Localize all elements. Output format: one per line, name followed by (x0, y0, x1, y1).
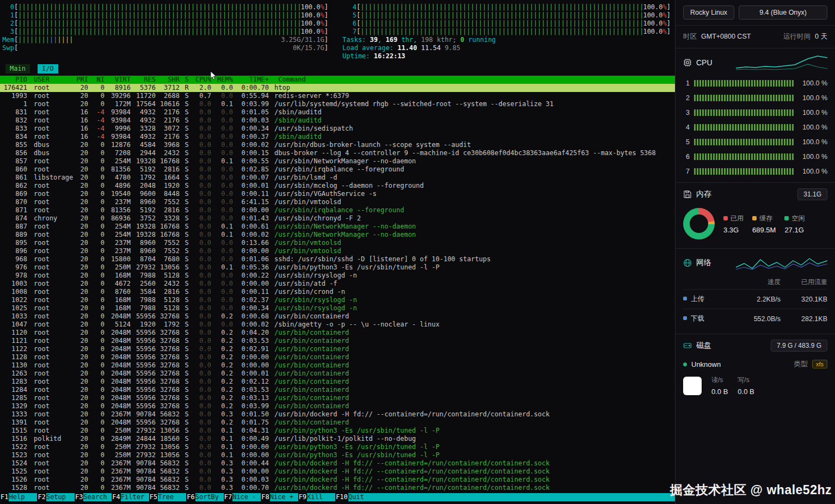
process-row[interactable]: 1122 root 20 0 2048M 55956 32768 S 0.0 0… (0, 345, 675, 353)
process-pri: 20 (73, 231, 90, 239)
process-row[interactable]: 1128 root 20 0 2048M 55956 32768 S 0.0 0… (0, 353, 675, 361)
process-row[interactable]: 874 chrony 20 0 86936 3752 3328 S 0.0 0.… (0, 214, 675, 223)
process-row[interactable]: 978 root 20 0 168M 7988 5128 S 0.0 0.0 0… (0, 272, 675, 280)
function-key[interactable]: F10 Quit (335, 493, 377, 501)
process-row[interactable]: 1022 root 20 0 168M 7988 5128 S 0.0 0.0 … (0, 296, 675, 304)
function-key[interactable]: F8 Nice + (261, 493, 298, 501)
process-state: S (182, 165, 192, 174)
process-mem: 0.0 (213, 190, 235, 198)
process-row[interactable]: 1283 root 20 0 2048M 55956 32768 S 0.0 0… (0, 378, 675, 386)
process-row[interactable]: 856 dbus 20 0 7208 2944 2432 S 0.0 0.0 0… (0, 149, 675, 157)
process-command: /usr/bin/containerd (271, 329, 675, 337)
process-row[interactable]: 968 root 20 0 15800 8704 7680 S 0.0 0.0 … (0, 255, 675, 263)
process-row[interactable]: 831 root 16 -4 93984 4932 2176 S 0.0 0.0… (0, 108, 675, 116)
process-user: root (29, 165, 73, 174)
process-command: /usr/sbin/NetworkManager --no-daemon (271, 231, 675, 239)
process-row[interactable]: 1524 root 20 0 2367M 90784 56832 S 0.0 0… (0, 459, 675, 468)
process-row[interactable]: 1047 root 20 0 5124 1920 1792 S 0.0 0.0 … (0, 321, 675, 329)
process-row[interactable]: 855 dbus 20 0 12876 4584 3968 S 0.0 0.0 … (0, 141, 675, 149)
process-row[interactable]: 889 root 20 0 254M 19328 16768 S 0.0 0.1… (0, 231, 675, 239)
process-cpu: 0.0 (192, 427, 213, 435)
process-row[interactable]: 1 root 20 0 172M 17564 10616 S 0.0 0.1 0… (0, 100, 675, 108)
process-virt: 93984 (107, 116, 133, 125)
process-pid: 856 (0, 149, 29, 157)
process-row[interactable]: 1284 root 20 0 2048M 55956 32768 S 0.0 0… (0, 386, 675, 394)
process-pri: 20 (73, 435, 90, 443)
process-row[interactable]: 1285 root 20 0 2048M 55956 32768 S 0.0 0… (0, 394, 675, 402)
os-version-button[interactable]: 9.4 (Blue Onyx) (739, 5, 827, 20)
process-ni: 0 (90, 174, 107, 182)
process-shr: 3072 (158, 125, 182, 133)
process-row[interactable]: 1526 root 20 0 2367M 90784 56832 S 0.0 0… (0, 476, 675, 484)
tab-main[interactable]: Main (5, 64, 30, 73)
os-name-button[interactable]: Rocky Linux (683, 5, 734, 20)
network-table: 速度 已用流量 上传 2.2KB/s 320.1KB 下载 552.0B/s 2… (676, 275, 835, 334)
process-row[interactable]: 1008 root 20 0 8760 3584 2816 S 0.0 0.0 … (0, 288, 675, 296)
process-user: root (29, 190, 73, 198)
process-row[interactable]: 860 root 20 0 81356 5192 2816 S 0.0 0.0 … (0, 165, 675, 174)
process-row[interactable]: 834 root 16 -4 93984 4932 2176 S 0.0 0.0… (0, 133, 675, 141)
process-row[interactable]: 887 root 20 0 254M 19328 16768 S 0.0 0.1… (0, 223, 675, 231)
process-res: 5376 (133, 84, 158, 92)
process-row[interactable]: 1333 root 20 0 2367M 90784 56832 S 0.0 0… (0, 410, 675, 419)
function-key-label: Setup (46, 493, 75, 501)
process-table-header[interactable]: PID USER PRI NI VIRT RES SHR S CPU% MEM%… (0, 76, 675, 84)
cpu-core-row: 1 100.0 % (683, 76, 827, 90)
process-row[interactable]: 1130 root 20 0 2048M 55956 32768 S 0.0 0… (0, 361, 675, 370)
function-key[interactable]: F7 Nice - (224, 493, 261, 501)
process-row[interactable]: 1528 root 20 0 2367M 90784 56832 S 0.0 0… (0, 484, 675, 492)
process-time: 0:00.07 (235, 174, 271, 182)
process-command: /usr/bin/containerd (271, 394, 675, 402)
process-ni: 0 (90, 468, 107, 476)
process-row[interactable]: 871 root 20 0 81356 5192 2816 S 0.0 0.0 … (0, 206, 675, 214)
function-key[interactable]: F9 Kill (298, 493, 335, 501)
function-key[interactable]: F4 Filter (112, 493, 149, 501)
function-key[interactable]: F2 Setup (37, 493, 74, 501)
process-row[interactable]: 1263 root 20 0 2048M 55956 32768 S 0.0 0… (0, 370, 675, 378)
process-command: /usr/sbin/rsyslogd -n (271, 272, 675, 280)
process-cpu: 0.0 (192, 157, 213, 165)
function-key[interactable]: F5 Tree (149, 493, 186, 501)
process-row[interactable]: 896 root 20 0 237M 8960 7552 S 0.0 0.0 0… (0, 247, 675, 255)
process-shr: 32768 (158, 345, 182, 353)
process-row[interactable]: 1003 root 20 0 4672 2560 2432 S 0.0 0.0 … (0, 280, 675, 288)
process-row[interactable]: 869 root 20 0 19540 9600 8448 S 0.0 0.0 … (0, 190, 675, 198)
process-row[interactable]: 176421 root 20 0 8916 5376 3712 R 2.0 0.… (0, 84, 675, 92)
process-row[interactable]: 870 root 20 0 237M 8960 7552 S 0.0 0.0 6… (0, 198, 675, 206)
disk-write-label: 写/s (738, 376, 754, 385)
process-ni: 0 (90, 272, 107, 280)
process-mem: 0.0 (213, 239, 235, 247)
process-row[interactable]: 1523 root 20 0 250M 27932 13056 S 0.0 0.… (0, 451, 675, 459)
meter-column-left: 0[ |||||||||||||||||||||||||||||||||||||… (0, 3, 328, 61)
process-row[interactable]: 1993 root 20 0 39296 11720 2688 S 0.7 0.… (0, 92, 675, 100)
process-row[interactable]: 857 root 20 0 254M 19328 16768 S 0.0 0.1… (0, 157, 675, 165)
process-row[interactable]: 1329 root 20 0 2048M 55956 32768 S 0.0 0… (0, 402, 675, 410)
process-row[interactable]: 1391 root 20 0 2048M 55956 32768 S 0.0 0… (0, 419, 675, 427)
load-average-line: Load average: 11.40 11.54 9.85 (342, 44, 671, 52)
process-row[interactable]: 862 root 20 0 4896 2048 1920 S 0.0 0.0 0… (0, 182, 675, 190)
process-row[interactable]: 833 root 16 -4 9996 3328 3072 S 0.0 0.0 … (0, 125, 675, 133)
process-row[interactable]: 861 libstorage 20 0 4780 1792 1664 S 0.0… (0, 174, 675, 182)
process-row[interactable]: 1516 polkitd 20 0 2849M 24844 18560 S 0.… (0, 435, 675, 443)
process-mem: 0.1 (213, 157, 235, 165)
function-key[interactable]: F1 Help (0, 493, 37, 501)
process-time: 0:00.02 (235, 231, 271, 239)
process-state: S (182, 370, 192, 378)
tab-io[interactable]: I/O (38, 64, 58, 73)
cpu-meter-id: 7 (342, 28, 357, 36)
function-key[interactable]: F6 SortBy (186, 493, 223, 501)
process-row[interactable]: 1525 root 20 0 2367M 90784 56832 S 0.0 0… (0, 468, 675, 476)
process-mem: 0.0 (213, 116, 235, 125)
process-row[interactable]: 1120 root 20 0 2048M 55956 32768 S 0.0 0… (0, 329, 675, 337)
process-time: 0:02.12 (235, 378, 271, 386)
process-row[interactable]: 832 root 16 -4 93984 4932 2176 S 0.0 0.0… (0, 116, 675, 125)
process-row[interactable]: 1515 root 20 0 250M 27932 13056 S 0.0 0.… (0, 427, 675, 435)
process-row[interactable]: 1033 root 20 0 2048M 55956 32768 S 0.0 0… (0, 312, 675, 321)
function-key[interactable]: F3 Search (75, 493, 112, 501)
process-row[interactable]: 976 root 20 0 250M 27932 13056 S 0.0 0.1… (0, 263, 675, 272)
process-pri: 20 (73, 386, 90, 394)
process-row[interactable]: 1522 root 20 0 250M 27932 13056 S 0.0 0.… (0, 443, 675, 451)
process-row[interactable]: 1121 root 20 0 2048M 55956 32768 S 0.0 0… (0, 337, 675, 345)
process-row[interactable]: 895 root 20 0 237M 8960 7552 S 0.0 0.0 0… (0, 239, 675, 247)
process-row[interactable]: 1025 root 20 0 168M 7988 5128 S 0.0 0.0 … (0, 304, 675, 312)
